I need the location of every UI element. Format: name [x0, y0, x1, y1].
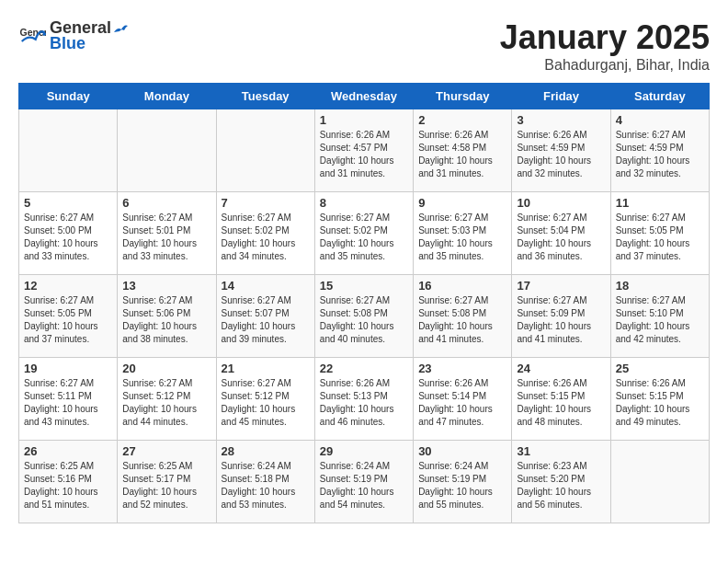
weekday-header-thursday: Thursday	[414, 84, 512, 109]
day-number: 7	[222, 196, 310, 210]
day-info: Sunrise: 6:27 AM Sunset: 5:09 PM Dayligh…	[517, 294, 605, 346]
week-row-2: 5Sunrise: 6:27 AM Sunset: 5:00 PM Daylig…	[19, 192, 710, 275]
day-number: 16	[418, 279, 506, 293]
logo-bird-icon	[112, 21, 129, 38]
day-info: Sunrise: 6:27 AM Sunset: 5:12 PM Dayligh…	[222, 377, 310, 429]
day-number: 21	[222, 362, 310, 375]
day-info: Sunrise: 6:24 AM Sunset: 5:18 PM Dayligh…	[222, 460, 310, 511]
day-info: Sunrise: 6:27 AM Sunset: 5:08 PM Dayligh…	[320, 294, 408, 346]
day-info: Sunrise: 6:23 AM Sunset: 5:20 PM Dayligh…	[517, 460, 605, 511]
day-info: Sunrise: 6:27 AM Sunset: 5:10 PM Dayligh…	[616, 294, 704, 346]
day-cell-3: 3Sunrise: 6:26 AM Sunset: 4:59 PM Daylig…	[512, 109, 610, 192]
title-area: January 2025 Bahadurganj, Bihar, India	[500, 18, 710, 74]
day-cell-17: 17Sunrise: 6:27 AM Sunset: 5:09 PM Dayli…	[512, 275, 610, 358]
day-number: 31	[517, 444, 605, 458]
weekday-header-monday: Monday	[118, 84, 216, 109]
day-cell-26: 26Sunrise: 6:25 AM Sunset: 5:16 PM Dayli…	[19, 441, 118, 523]
empty-cell	[118, 109, 216, 192]
day-info: Sunrise: 6:27 AM Sunset: 5:08 PM Dayligh…	[418, 294, 506, 346]
day-cell-29: 29Sunrise: 6:24 AM Sunset: 5:19 PM Dayli…	[314, 441, 413, 523]
empty-cell	[216, 109, 314, 192]
day-number: 8	[320, 196, 408, 210]
day-number: 27	[122, 444, 210, 458]
day-info: Sunrise: 6:27 AM Sunset: 5:05 PM Dayligh…	[616, 212, 704, 263]
day-info: Sunrise: 6:27 AM Sunset: 5:00 PM Dayligh…	[24, 212, 112, 263]
day-cell-31: 31Sunrise: 6:23 AM Sunset: 5:20 PM Dayli…	[512, 441, 610, 523]
day-info: Sunrise: 6:27 AM Sunset: 5:02 PM Dayligh…	[320, 212, 408, 263]
weekday-header-wednesday: Wednesday	[314, 84, 413, 109]
weekday-header-friday: Friday	[512, 84, 610, 109]
day-number: 5	[24, 196, 112, 210]
day-info: Sunrise: 6:25 AM Sunset: 5:17 PM Dayligh…	[122, 460, 210, 511]
calendar-table: SundayMondayTuesdayWednesdayThursdayFrid…	[18, 83, 710, 523]
weekday-header-tuesday: Tuesday	[216, 84, 314, 109]
week-row-5: 26Sunrise: 6:25 AM Sunset: 5:16 PM Dayli…	[19, 441, 710, 523]
day-cell-11: 11Sunrise: 6:27 AM Sunset: 5:05 PM Dayli…	[610, 192, 709, 275]
day-info: Sunrise: 6:26 AM Sunset: 5:14 PM Dayligh…	[418, 377, 506, 429]
day-number: 18	[616, 279, 704, 293]
header: General General Blue January 2025 Bahadu…	[18, 18, 710, 74]
day-number: 6	[122, 196, 210, 210]
day-cell-18: 18Sunrise: 6:27 AM Sunset: 5:10 PM Dayli…	[610, 275, 709, 358]
day-cell-20: 20Sunrise: 6:27 AM Sunset: 5:12 PM Dayli…	[118, 358, 216, 441]
day-cell-14: 14Sunrise: 6:27 AM Sunset: 5:07 PM Dayli…	[216, 275, 314, 358]
day-cell-5: 5Sunrise: 6:27 AM Sunset: 5:00 PM Daylig…	[19, 192, 118, 275]
day-cell-24: 24Sunrise: 6:26 AM Sunset: 5:15 PM Dayli…	[512, 358, 610, 441]
weekday-header-saturday: Saturday	[610, 84, 709, 109]
day-number: 20	[122, 362, 210, 375]
day-number: 17	[517, 279, 605, 293]
day-cell-27: 27Sunrise: 6:25 AM Sunset: 5:17 PM Dayli…	[118, 441, 216, 523]
empty-cell	[610, 441, 709, 523]
day-info: Sunrise: 6:27 AM Sunset: 5:07 PM Dayligh…	[222, 294, 310, 346]
day-info: Sunrise: 6:27 AM Sunset: 4:59 PM Dayligh…	[616, 129, 704, 180]
day-number: 19	[24, 362, 112, 375]
day-info: Sunrise: 6:24 AM Sunset: 5:19 PM Dayligh…	[320, 460, 408, 511]
day-number: 26	[24, 444, 112, 458]
day-number: 22	[320, 362, 408, 375]
day-info: Sunrise: 6:27 AM Sunset: 5:03 PM Dayligh…	[418, 212, 506, 263]
day-cell-7: 7Sunrise: 6:27 AM Sunset: 5:02 PM Daylig…	[216, 192, 314, 275]
day-info: Sunrise: 6:26 AM Sunset: 4:59 PM Dayligh…	[517, 129, 605, 180]
day-number: 10	[517, 196, 605, 210]
day-cell-15: 15Sunrise: 6:27 AM Sunset: 5:08 PM Dayli…	[314, 275, 413, 358]
day-cell-16: 16Sunrise: 6:27 AM Sunset: 5:08 PM Dayli…	[414, 275, 512, 358]
day-info: Sunrise: 6:27 AM Sunset: 5:04 PM Dayligh…	[517, 212, 605, 263]
day-info: Sunrise: 6:27 AM Sunset: 5:12 PM Dayligh…	[122, 377, 210, 429]
day-info: Sunrise: 6:24 AM Sunset: 5:19 PM Dayligh…	[418, 460, 506, 511]
week-row-3: 12Sunrise: 6:27 AM Sunset: 5:05 PM Dayli…	[19, 275, 710, 358]
day-cell-23: 23Sunrise: 6:26 AM Sunset: 5:14 PM Dayli…	[414, 358, 512, 441]
day-number: 12	[24, 279, 112, 293]
day-info: Sunrise: 6:27 AM Sunset: 5:11 PM Dayligh…	[24, 377, 112, 429]
weekday-header-row: SundayMondayTuesdayWednesdayThursdayFrid…	[19, 84, 710, 109]
day-number: 14	[222, 279, 310, 293]
week-row-4: 19Sunrise: 6:27 AM Sunset: 5:11 PM Dayli…	[19, 358, 710, 441]
empty-cell	[19, 109, 118, 192]
day-cell-28: 28Sunrise: 6:24 AM Sunset: 5:18 PM Dayli…	[216, 441, 314, 523]
day-cell-21: 21Sunrise: 6:27 AM Sunset: 5:12 PM Dayli…	[216, 358, 314, 441]
day-cell-25: 25Sunrise: 6:26 AM Sunset: 5:15 PM Dayli…	[610, 358, 709, 441]
day-number: 3	[517, 113, 605, 127]
logo: General General Blue	[18, 18, 130, 53]
day-number: 15	[320, 279, 408, 293]
day-info: Sunrise: 6:26 AM Sunset: 5:13 PM Dayligh…	[320, 377, 408, 429]
day-info: Sunrise: 6:27 AM Sunset: 5:01 PM Dayligh…	[122, 212, 210, 263]
day-number: 28	[222, 444, 310, 458]
day-number: 9	[418, 196, 506, 210]
day-cell-30: 30Sunrise: 6:24 AM Sunset: 5:19 PM Dayli…	[414, 441, 512, 523]
day-number: 30	[418, 444, 506, 458]
day-number: 29	[320, 444, 408, 458]
day-info: Sunrise: 6:26 AM Sunset: 4:57 PM Dayligh…	[320, 129, 408, 180]
day-number: 25	[616, 362, 704, 375]
day-cell-13: 13Sunrise: 6:27 AM Sunset: 5:06 PM Dayli…	[118, 275, 216, 358]
day-cell-6: 6Sunrise: 6:27 AM Sunset: 5:01 PM Daylig…	[118, 192, 216, 275]
month-title: January 2025	[500, 18, 710, 57]
day-cell-19: 19Sunrise: 6:27 AM Sunset: 5:11 PM Dayli…	[19, 358, 118, 441]
day-cell-1: 1Sunrise: 6:26 AM Sunset: 4:57 PM Daylig…	[314, 109, 413, 192]
week-row-1: 1Sunrise: 6:26 AM Sunset: 4:57 PM Daylig…	[19, 109, 710, 192]
day-info: Sunrise: 6:25 AM Sunset: 5:16 PM Dayligh…	[24, 460, 112, 511]
day-number: 24	[517, 362, 605, 375]
day-number: 23	[418, 362, 506, 375]
day-number: 1	[320, 113, 408, 127]
day-info: Sunrise: 6:27 AM Sunset: 5:05 PM Dayligh…	[24, 294, 112, 346]
day-cell-10: 10Sunrise: 6:27 AM Sunset: 5:04 PM Dayli…	[512, 192, 610, 275]
